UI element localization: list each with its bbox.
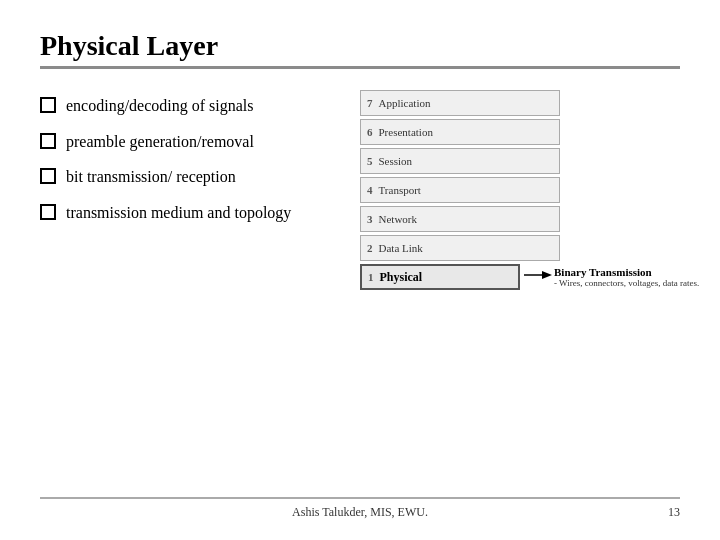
annotation-title: Binary Transmission	[554, 266, 699, 278]
arrow-annotation: Binary Transmission- Wires, connectors, …	[524, 266, 699, 288]
title-underline	[40, 66, 680, 69]
footer-text: Ashis Talukder, MIS, EWU.	[292, 505, 428, 520]
osi-diagram: 7Application6Presentation5Session4Transp…	[360, 85, 680, 497]
layer-name: Data Link	[379, 242, 423, 254]
title-area: Physical Layer	[40, 30, 680, 69]
layer-number: 7	[367, 97, 373, 109]
bullet-icon	[40, 133, 56, 149]
layer-number: 2	[367, 242, 373, 254]
osi-layers: 7Application6Presentation5Session4Transp…	[360, 90, 560, 290]
list-item: transmission medium and topology	[40, 202, 340, 224]
bullet-list: encoding/decoding of signalspreamble gen…	[40, 85, 360, 497]
layer-number: 1	[368, 271, 374, 283]
bullet-text: bit transmission/ reception	[66, 166, 236, 188]
bullet-icon	[40, 168, 56, 184]
list-item: bit transmission/ reception	[40, 166, 340, 188]
content-area: encoding/decoding of signalspreamble gen…	[40, 85, 680, 497]
osi-layer-transport: 4Transport	[360, 177, 560, 203]
bullet-text: encoding/decoding of signals	[66, 95, 254, 117]
annotation-box: Binary Transmission- Wires, connectors, …	[554, 266, 699, 288]
layer-number: 3	[367, 213, 373, 225]
layer-name: Transport	[379, 184, 421, 196]
footer-page: 13	[668, 505, 680, 520]
list-item: encoding/decoding of signals	[40, 95, 340, 117]
layer-name: Session	[379, 155, 413, 167]
layer-number: 4	[367, 184, 373, 196]
layer-name: Physical	[380, 270, 423, 285]
arrow-icon	[524, 266, 552, 284]
bullet-text: transmission medium and topology	[66, 202, 291, 224]
physical-layer-row: 1PhysicalBinary Transmission- Wires, con…	[360, 264, 560, 290]
slide: Physical Layer encoding/decoding of sign…	[0, 0, 720, 540]
osi-layer-application: 7Application	[360, 90, 560, 116]
footer: Ashis Talukder, MIS, EWU. 13	[40, 497, 680, 520]
osi-layer-network: 3Network	[360, 206, 560, 232]
osi-layer-data-link: 2Data Link	[360, 235, 560, 261]
layer-name: Presentation	[379, 126, 433, 138]
list-item: preamble generation/removal	[40, 131, 340, 153]
osi-layer-session: 5Session	[360, 148, 560, 174]
bullet-text: preamble generation/removal	[66, 131, 254, 153]
layer-number: 6	[367, 126, 373, 138]
layer-name: Application	[379, 97, 431, 109]
layer-number: 5	[367, 155, 373, 167]
bullet-icon	[40, 97, 56, 113]
osi-layer-presentation: 6Presentation	[360, 119, 560, 145]
osi-layer-physical: 1Physical	[360, 264, 520, 290]
bullet-icon	[40, 204, 56, 220]
annotation-detail: - Wires, connectors, voltages, data rate…	[554, 278, 699, 288]
svg-marker-1	[542, 271, 552, 279]
layer-name: Network	[379, 213, 418, 225]
slide-title: Physical Layer	[40, 30, 680, 62]
